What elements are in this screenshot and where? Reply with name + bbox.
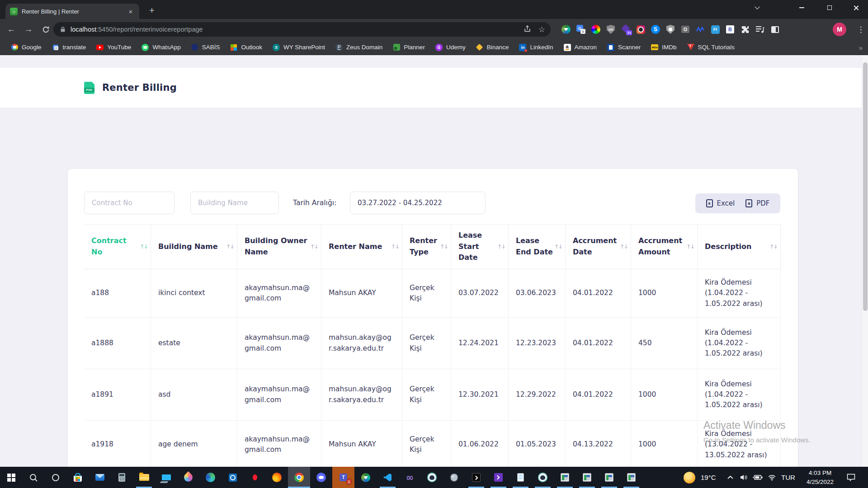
fi-extension-icon[interactable] <box>710 24 721 35</box>
ublock-origin-extension-icon[interactable] <box>605 24 616 35</box>
ghostery-extension-icon[interactable] <box>665 24 676 35</box>
col-header-lease-start-date[interactable]: Lease Start Date <box>451 225 509 269</box>
bookmark-star-icon[interactable] <box>538 25 545 34</box>
window-close-button[interactable] <box>845 0 866 15</box>
bookmark-sabis[interactable]: SABİS <box>187 42 225 53</box>
taskbar-cortana[interactable] <box>44 467 66 488</box>
tray-chevron-icon[interactable] <box>727 467 734 488</box>
back-button[interactable] <box>4 19 19 40</box>
col-header-renter-type[interactable]: Renter Type <box>402 225 451 269</box>
shazam-extension-icon[interactable] <box>650 24 661 35</box>
taskbar-chrome[interactable] <box>288 467 310 488</box>
building-name-input[interactable] <box>190 192 279 214</box>
bookmark-linkedin[interactable]: LinkedIn <box>514 42 557 53</box>
lock-icon[interactable] <box>60 26 66 33</box>
bookmark-whatsapp[interactable]: WhatsApp <box>137 42 185 53</box>
bookmark-planner[interactable]: Planner <box>388 42 429 53</box>
taskbar-opera[interactable] <box>244 467 266 488</box>
taskbar-edge[interactable] <box>199 467 222 488</box>
scrollbar-thumb[interactable] <box>863 62 868 311</box>
col-header-accrument-date[interactable]: Accrument Date <box>566 225 631 269</box>
bookmark-translate[interactable]: translate <box>47 42 91 53</box>
sidebar-icon[interactable] <box>769 24 780 35</box>
taskbar-pgadmin-2[interactable] <box>532 467 554 488</box>
forward-button[interactable] <box>21 19 36 40</box>
taskbar-search[interactable] <box>22 467 44 488</box>
idm-extension-icon[interactable] <box>561 24 571 35</box>
taskbar-mail[interactable] <box>89 467 111 488</box>
taskbar-store[interactable] <box>66 467 89 488</box>
page-scrollbar[interactable] <box>862 55 868 467</box>
bookmark-sharepoint[interactable]: WY SharePoint <box>268 42 330 53</box>
taskbar-ssms-4[interactable] <box>620 467 642 488</box>
taskbar-this-pc[interactable] <box>155 467 177 488</box>
volume-icon[interactable] <box>740 467 748 488</box>
browser-menu-icon[interactable] <box>855 19 866 40</box>
purple-badge-extension-icon[interactable]: 34 <box>620 24 631 35</box>
date-range-input[interactable] <box>350 192 486 214</box>
taskbar-outlook[interactable] <box>222 467 244 488</box>
reload-button[interactable] <box>38 19 53 40</box>
bookmark-udemy[interactable]: Udemy <box>431 42 470 53</box>
bookmark-binance[interactable]: Binance <box>472 42 514 53</box>
bookmark-outlook[interactable]: Outlook <box>226 42 267 53</box>
taskbar-terminal[interactable] <box>487 467 509 488</box>
pdf-export-button[interactable]: PDF <box>745 199 769 207</box>
taskbar-idm[interactable] <box>354 467 377 488</box>
wave-extension-icon[interactable] <box>695 24 706 35</box>
col-header-lease-end-date[interactable]: Lease End Date <box>509 225 566 269</box>
window-maximize-button[interactable] <box>819 0 840 15</box>
language-indicator[interactable]: TUR <box>781 467 795 488</box>
taskbar-paint-3d[interactable] <box>177 467 199 488</box>
excel-export-button[interactable]: Excel <box>706 199 735 207</box>
bookmark-youtube[interactable]: YouTube <box>92 42 136 53</box>
taskbar-ssms-3[interactable] <box>598 467 620 488</box>
clock[interactable]: 4:03 PM 4/25/2022 <box>801 467 839 488</box>
b-extension-icon[interactable] <box>725 24 736 35</box>
start-button[interactable] <box>0 467 22 488</box>
col-header-renter-name[interactable]: Renter Name <box>321 225 402 269</box>
taskbar-vscode[interactable] <box>377 467 399 488</box>
instagram-extension-icon[interactable] <box>635 24 646 35</box>
weather-tray[interactable] <box>684 467 695 488</box>
wifi-icon[interactable] <box>768 467 776 488</box>
taskbar-notepad[interactable] <box>509 467 532 488</box>
battery-icon[interactable] <box>752 467 763 488</box>
bookmark-sql-tutorials[interactable]: SQL Tutorials <box>683 42 739 53</box>
col-header-building-owner-name[interactable]: Building Owner Name <box>237 225 321 269</box>
taskbar-discord[interactable] <box>310 467 332 488</box>
taskbar-teams[interactable]: 1 <box>332 467 354 488</box>
extensions-puzzle-icon[interactable] <box>740 24 750 35</box>
taskbar-postgresql[interactable] <box>443 467 465 488</box>
col-header-building-name[interactable]: Building Name <box>151 225 237 269</box>
bookmark-zeus-domain[interactable]: Zeus Domain <box>331 42 387 53</box>
new-tab-button[interactable] <box>146 4 158 17</box>
media-playlist-icon[interactable] <box>755 24 765 35</box>
google-translate-extension-icon[interactable] <box>576 24 586 35</box>
taskbar-pgadmin[interactable] <box>421 467 443 488</box>
taskbar-firefox[interactable] <box>266 467 288 488</box>
taskbar-visual-studio[interactable] <box>399 467 421 488</box>
taskbar-ssms-1[interactable] <box>554 467 576 488</box>
taskbar-file-explorer[interactable] <box>133 467 155 488</box>
bookmarks-overflow-icon[interactable] <box>859 40 863 55</box>
taskbar-cmd[interactable] <box>465 467 487 488</box>
taskbar-calculator[interactable] <box>111 467 133 488</box>
col-header-description[interactable]: Description <box>698 225 781 269</box>
action-center-icon[interactable] <box>846 467 856 488</box>
col-header-contract-no[interactable]: Contract No <box>84 225 151 269</box>
camera-extension-icon[interactable] <box>680 24 691 35</box>
url-bar[interactable]: localhost:5450/report/renterinvoicerepor… <box>53 22 551 37</box>
color-wheel-extension-icon[interactable] <box>590 24 601 35</box>
bookmark-amazon[interactable]: Amazon <box>559 42 602 53</box>
window-minimize-button[interactable] <box>791 0 812 15</box>
taskbar-ssms-2[interactable] <box>576 467 598 488</box>
contract-no-input[interactable] <box>84 192 175 214</box>
tab-close-icon[interactable] <box>127 7 135 15</box>
temperature-label[interactable]: 19°C <box>701 467 716 488</box>
bookmark-imdb[interactable]: IMDb <box>646 42 681 53</box>
bookmark-scanner[interactable]: Scanner <box>603 42 645 53</box>
window-menu-chevron-icon[interactable] <box>747 0 768 15</box>
browser-tab[interactable]: Renter Billing | Renter <box>5 4 139 19</box>
bookmark-google[interactable]: Google <box>6 42 46 53</box>
